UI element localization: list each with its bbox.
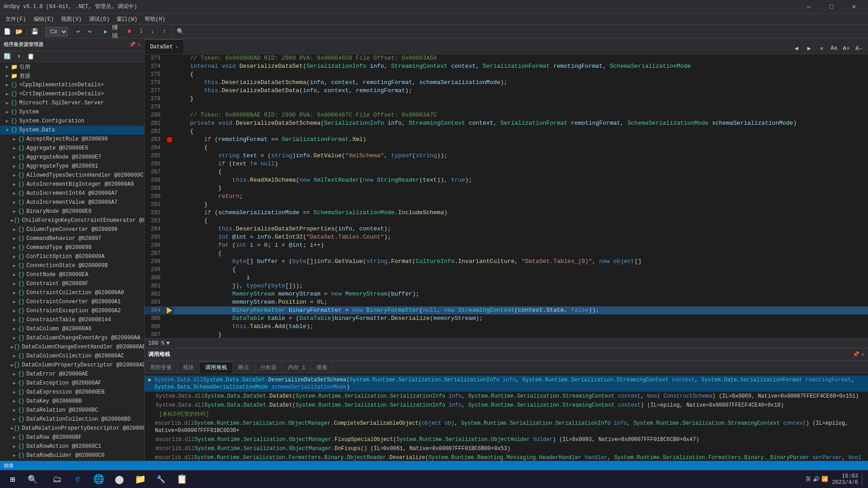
sidebar-item-system[interactable]: ▶ {} System (0, 108, 144, 117)
minimize-button[interactable]: — (798, 0, 819, 14)
tab-dataset-close[interactable]: ✕ (175, 44, 178, 50)
sidebar-item-mssql[interactable]: ▶ {} Microsoft.SqlServer.Server (0, 99, 144, 108)
taskbar-explorer[interactable]: 🗂 (47, 471, 67, 488)
sidebar-item-datarow[interactable]: ▶ {} DataRow @020000BF (0, 433, 144, 442)
stack-item-1[interactable]: System.Data.dllSystem.Data.DataSet.DataS… (145, 392, 868, 401)
sidebar-item-datarowbuilder[interactable]: ▶ {} DataRowBuilder @020000C0 (0, 451, 144, 460)
sidebar-item-aggregatenode[interactable]: ▶ {} AggregateNode @020000E7 (0, 153, 144, 162)
sidebar-close[interactable]: ✕ (137, 42, 141, 47)
sidebar-btn-3[interactable]: 📋 (25, 51, 36, 62)
close-button[interactable]: ✕ (844, 0, 864, 14)
sidebar-item-constraintcoll[interactable]: ▶ {} ConstraintCollection @020000A0 (0, 288, 144, 297)
sidebar-item-datarelcoll[interactable]: ▶ {} DataRelationCollection @020000BD (0, 415, 144, 424)
continue-button[interactable]: 继续 (112, 26, 123, 37)
sidebar-item-datacolchange[interactable]: ▶ {} DataColumnChangeEventArgs @020000AA (0, 333, 144, 343)
sidebar-item-aggregatetype[interactable]: ▶ {} AggregateType @0200091 (0, 162, 144, 171)
sidebar-item-res[interactable]: ▶ 📁 资源 (0, 71, 144, 80)
sidebar-item-datarelation[interactable]: ▶ {} DataRelation @020000BC (0, 406, 144, 415)
tab-locals[interactable]: 周部变量 (145, 361, 178, 373)
run-button[interactable]: ▶ (100, 26, 111, 37)
stack-item-0[interactable]: ▶ System.Data.dllSystem.Data.DataSet.Des… (145, 375, 868, 392)
sidebar-item-ref[interactable]: ▶ 📁 引用 (0, 62, 144, 71)
sidebar-item-dataerror[interactable]: ▶ {} DataError @020000AE (0, 370, 144, 379)
sidebar-item-acceptreject[interactable]: ▶ {} AcceptRejectRule @0200090 (0, 135, 144, 144)
stack-item-6[interactable]: mscorlib.dllSystem.Runtime.Serialization… (145, 453, 868, 461)
tab-breakpoints[interactable]: 断点 (233, 361, 255, 373)
sidebar-item-conflictoption[interactable]: ▶ {} ConflictOption @0200009A (0, 252, 144, 261)
sidebar-item-autoincrementval[interactable]: ▶ {} AutoIncrementValue @020000A7 (0, 198, 144, 207)
sidebar-item-sysconf[interactable]: ▶ {} System.Configuration (0, 117, 144, 126)
tab-dataset[interactable]: DataSet ✕ (145, 39, 184, 54)
sidebar-item-aggregate[interactable]: ▶ {} Aggregate @020000E6 (0, 144, 144, 153)
language-selector[interactable]: C# IL (45, 27, 68, 37)
start-button[interactable]: ⊞ (4, 471, 22, 488)
step-out-button[interactable]: ↑ (159, 26, 170, 37)
sidebar-item-allowedtypes[interactable]: ▶ {} AllowedTypesSectionHandler @0200009… (0, 171, 144, 180)
search-taskbar[interactable]: 🔍 (24, 471, 42, 488)
sidebar-item-binarynode[interactable]: ▶ {} BinaryNode @020000E8 (0, 207, 144, 216)
font-increase[interactable]: A+ (841, 43, 852, 54)
tab-search[interactable]: 搜索 (311, 361, 333, 373)
open-button[interactable]: 📂 (14, 26, 24, 37)
stack-item-2[interactable]: System.Data.dllSystem.Data.DataSet.DataS… (145, 401, 868, 410)
sidebar-item-connstate[interactable]: ▶ {} ConnectionState @0200009B (0, 261, 144, 270)
taskbar-ie[interactable]: 🌐 (89, 471, 108, 488)
maximize-button[interactable]: □ (821, 0, 842, 14)
tab-memory[interactable]: 内存 1 (283, 361, 311, 373)
menu-help[interactable]: 帮助(H) (141, 14, 169, 24)
sidebar-item-constraintconv[interactable]: ▶ {} ConstraintConverter @020000A1 (0, 297, 144, 306)
sidebar-item-constrainttable[interactable]: ▶ {} ConstraintTable @020000144 (0, 315, 144, 324)
sidebar-item-columntypeconv[interactable]: ▶ {} ColumnTypeConverter @0200096 (0, 225, 144, 234)
tab-analyzer[interactable]: 分析器 (255, 361, 283, 373)
zoom-dropdown-icon[interactable]: ▼ (166, 340, 170, 347)
sidebar-item-constraintex[interactable]: ▶ {} ConstraintException @020000A2 (0, 306, 144, 315)
tab-modules[interactable]: 模块 (178, 361, 200, 373)
sidebar-item-constraint[interactable]: ▶ {} Constraint @020009F (0, 279, 144, 288)
sidebar-item-constnode[interactable]: ▶ {} ConstNode @020000EA (0, 270, 144, 279)
menu-view[interactable]: 视图(V) (57, 14, 85, 24)
menu-file[interactable]: 文件(F) (2, 14, 30, 24)
sidebar-item-datakey[interactable]: ▶ {} DataKey @020000BB (0, 397, 144, 406)
step-over-button[interactable]: ⤵ (136, 26, 146, 37)
sidebar-item-datacol[interactable]: ▶ {} DataColumn @020000A6 (0, 324, 144, 333)
code-scroll[interactable]: 273 // Token: 0x06000BAD RID: 2989 RVA: … (145, 54, 868, 338)
save-button[interactable]: 💾 (29, 26, 40, 37)
font-decrease[interactable]: A- (854, 43, 864, 54)
stack-item-5[interactable]: mscorlib.dllSystem.Runtime.Serialization… (145, 444, 868, 453)
tray-show-desktop[interactable] (862, 473, 864, 486)
menu-edit[interactable]: 编辑(E) (30, 14, 58, 24)
sidebar-item-cpp[interactable]: ▶ {} <CppImplementationDetails> (0, 80, 144, 89)
taskbar-folder[interactable]: 📁 (130, 471, 150, 488)
redo-button[interactable]: ↪ (85, 26, 95, 37)
panel-pin[interactable]: 📌 (853, 351, 859, 358)
sidebar-btn-2[interactable]: ⬆ (14, 51, 24, 62)
sidebar-item-commandtype[interactable]: ▶ {} CommandType @0200098 (0, 243, 144, 252)
sidebar-item-childfk[interactable]: ▶ {} ChildForeignKeyConstraintEnumerator… (0, 216, 144, 225)
step-into-button[interactable]: ↓ (147, 26, 158, 37)
menu-window[interactable]: 窗口(W) (113, 14, 141, 24)
sidebar-item-commandbehav[interactable]: ▶ {} CommandBehavior @020097 (0, 234, 144, 243)
stop-button[interactable]: ■ (124, 26, 135, 37)
stack-item-4[interactable]: mscorlib.dllSystem.Runtime.Serialization… (145, 435, 868, 444)
sidebar-item-datacolcoll[interactable]: ▶ {} DataColumnCollection @020000AC (0, 352, 144, 361)
sidebar-item-dataexception[interactable]: ▶ {} DataException @020000AF (0, 379, 144, 388)
nav-forward[interactable]: ▶ (804, 43, 815, 54)
nav-back[interactable]: ◀ (791, 43, 802, 54)
stack-item-3[interactable]: mscorlib.dllSystem.Runtime.Serialization… (145, 419, 868, 435)
taskbar-dnspy[interactable]: 🔧 (151, 471, 171, 488)
menu-debug[interactable]: 调试(D) (85, 14, 113, 24)
tab-callstack[interactable]: 调用堆栈 (200, 361, 233, 373)
sidebar-item-crt[interactable]: ▶ {} <CrtImplementationDetails> (0, 89, 144, 99)
sidebar-item-autoincrementint64[interactable]: ▶ {} AutoIncrementInt64 @020000A7 (0, 189, 144, 198)
sidebar-item-autoincrementbig[interactable]: ▶ {} AutoIncrementBigInteger @020000A9 (0, 180, 144, 189)
sidebar-btn-1[interactable]: 🔄 (2, 51, 13, 62)
sidebar-item-sysdata[interactable]: ▼ {} System.Data (0, 126, 144, 135)
panel-close-btn[interactable]: ✕ (861, 351, 864, 358)
search-button[interactable]: 🔍 (175, 26, 186, 37)
nav-close[interactable]: ✕ (816, 43, 827, 54)
sidebar-item-datarelprop[interactable]: ▶ {} DataRelationPropertyDescriptor @020… (0, 424, 144, 433)
sidebar-item-datacolprop[interactable]: ▶ {} DataColumnPropertyDescriptor @02000… (0, 361, 144, 370)
undo-button[interactable]: ↩ (73, 26, 84, 37)
sidebar-item-dataexpr[interactable]: ▶ {} DataExpression @020000EB (0, 388, 144, 397)
taskbar-misc[interactable]: 📋 (172, 471, 192, 488)
